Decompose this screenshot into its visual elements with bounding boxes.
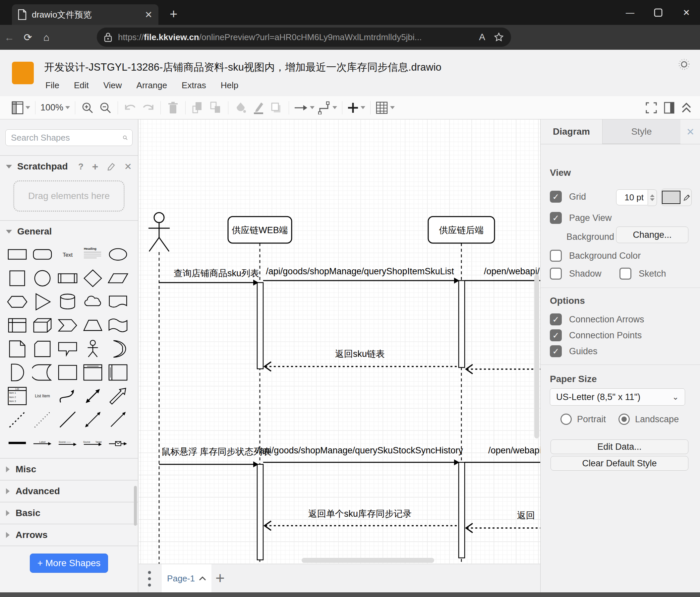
- landscape-radio[interactable]: [619, 413, 630, 425]
- menu-help[interactable]: Help: [221, 80, 238, 91]
- shape-or[interactable]: [105, 337, 131, 360]
- fill-color-button[interactable]: [233, 100, 248, 115]
- shadow-button[interactable]: [269, 100, 284, 115]
- message-return-sku-list[interactable]: 返回sku链表: [265, 349, 459, 371]
- message-return-single-sku-record[interactable]: 返回单个sku库存同步记录: [265, 509, 459, 530]
- participant-web-box[interactable]: 供应链WEB端: [228, 217, 292, 243]
- collapse-icon[interactable]: [681, 101, 692, 114]
- shape-circle[interactable]: [30, 266, 55, 290]
- shape-ellipse[interactable]: [105, 243, 131, 266]
- shape-dashed-line[interactable]: [5, 408, 30, 431]
- zoom-level-button[interactable]: 100%: [41, 100, 70, 115]
- shape-parallelogram[interactable]: [105, 266, 131, 290]
- background-change-button[interactable]: Change...: [616, 226, 689, 243]
- reload-icon[interactable]: ⟳: [19, 31, 37, 43]
- shape-data-storage[interactable]: [30, 360, 55, 384]
- format-panel-toggle-icon[interactable]: [664, 101, 675, 114]
- shape-trapezoid[interactable]: [80, 313, 105, 337]
- shape-cube[interactable]: [30, 313, 55, 337]
- shape-diamond[interactable]: [80, 266, 105, 290]
- message-open-webapi[interactable]: /open/webapi/: [465, 266, 540, 281]
- message-return-right-2[interactable]: 返回: [466, 510, 540, 533]
- edit-data-button[interactable]: Edit Data...: [551, 439, 689, 454]
- scratchpad-edit-icon[interactable]: [107, 162, 116, 171]
- window-maximize-button[interactable]: [648, 6, 669, 19]
- insert-button[interactable]: [347, 100, 365, 115]
- shape-internal-storage[interactable]: [5, 313, 30, 337]
- basic-section-header[interactable]: Basic: [0, 502, 138, 524]
- to-front-button[interactable]: [191, 100, 205, 115]
- background-color-checkbox[interactable]: [550, 250, 562, 262]
- horizontal-scrollbar[interactable]: [302, 558, 434, 563]
- menu-edit[interactable]: Edit: [74, 80, 89, 91]
- clear-default-style-button[interactable]: Clear Default Style: [551, 456, 689, 471]
- home-icon[interactable]: ⌂: [37, 32, 56, 43]
- fullscreen-icon[interactable]: [645, 101, 657, 114]
- shape-cylinder[interactable]: [55, 290, 80, 313]
- actor-figure[interactable]: [149, 213, 170, 252]
- message-open-webapi-item[interactable]: /open/webapi/item: [465, 446, 540, 462]
- advanced-section-header[interactable]: Advanced: [0, 481, 138, 502]
- general-section-header[interactable]: General: [0, 221, 138, 242]
- menu-extras[interactable]: Extras: [182, 80, 206, 91]
- menu-arrange[interactable]: Arrange: [136, 80, 167, 91]
- scratchpad-section-header[interactable]: Scratchpad ? + ✕: [0, 156, 138, 177]
- line-color-button[interactable]: [251, 100, 266, 115]
- grid-size-stepper[interactable]: [648, 189, 657, 206]
- activation-backend-1[interactable]: [459, 281, 465, 367]
- page-tab[interactable]: Page-1: [162, 564, 211, 593]
- table-button[interactable]: [376, 100, 395, 115]
- message-query-sync-history-api[interactable]: /api/goods/shopManage/querySkuStockSyncH…: [257, 446, 463, 465]
- participant-backend-box[interactable]: 供应链后端: [428, 217, 495, 243]
- waypoint-style-button[interactable]: [318, 100, 337, 115]
- more-shapes-button[interactable]: + More Shapes: [30, 553, 108, 573]
- arrows-section-header[interactable]: Arrows: [0, 524, 138, 546]
- address-bar[interactable]: https://file.kkview.cn/onlinePreview?url…: [97, 27, 511, 47]
- shape-text[interactable]: Text: [55, 243, 80, 266]
- delete-button[interactable]: [166, 100, 180, 115]
- panel-close-icon[interactable]: ✕: [681, 119, 700, 144]
- shape-edge-source[interactable]: Source: [55, 431, 80, 455]
- shape-rounded-rectangle[interactable]: [30, 243, 55, 266]
- shape-mail-link[interactable]: [105, 431, 131, 455]
- shape-callout[interactable]: [55, 337, 80, 360]
- shape-bidirectional-arrow[interactable]: [80, 384, 105, 408]
- connection-arrows-checkbox[interactable]: ✓: [550, 313, 562, 325]
- bookmark-star-icon[interactable]: [494, 32, 504, 42]
- shape-vertical-container[interactable]: [80, 360, 105, 384]
- sketch-checkbox[interactable]: [620, 268, 631, 280]
- shape-horizontal-container[interactable]: [105, 360, 131, 384]
- shape-dotted-line[interactable]: [30, 408, 55, 431]
- shape-list[interactable]: ListItem 1Item 2Item 3: [5, 384, 30, 408]
- shape-container[interactable]: [55, 360, 80, 384]
- grid-checkbox[interactable]: ✓: [550, 191, 562, 202]
- shadow-checkbox[interactable]: [550, 268, 562, 280]
- shape-step[interactable]: [55, 313, 80, 337]
- menu-file[interactable]: File: [45, 80, 59, 91]
- message-return-right-1[interactable]: [466, 364, 540, 374]
- shape-hexagon[interactable]: [5, 290, 30, 313]
- theme-toggle-icon[interactable]: [677, 57, 691, 73]
- shape-list-item[interactable]: List Item: [30, 384, 55, 408]
- page-view-checkbox[interactable]: ✓: [550, 212, 562, 224]
- misc-section-header[interactable]: Misc: [0, 459, 138, 480]
- window-minimize-button[interactable]: —: [620, 6, 640, 19]
- window-close-button[interactable]: ✕: [676, 6, 697, 19]
- shape-process[interactable]: [55, 266, 80, 290]
- new-tab-button[interactable]: +: [170, 7, 177, 21]
- message-query-sku-list[interactable]: 查询店铺商品sku列表: [159, 268, 259, 286]
- menu-view[interactable]: View: [103, 80, 122, 91]
- read-aloud-icon[interactable]: A: [479, 32, 485, 43]
- diagram-canvas[interactable]: 供应链WEB端 供应链后端 查询店铺商品sku列表 /api/goods/sho…: [139, 119, 540, 564]
- shape-search-box[interactable]: [5, 129, 132, 146]
- zoom-in-button[interactable]: [80, 100, 95, 115]
- shape-triangle[interactable]: [30, 290, 55, 313]
- shape-directional-connector[interactable]: [105, 408, 131, 431]
- shape-heading[interactable]: Heading: [80, 243, 105, 266]
- shape-bidirectional-connector[interactable]: [80, 408, 105, 431]
- shape-actor[interactable]: [80, 337, 105, 360]
- view-layout-button[interactable]: [11, 100, 30, 115]
- redo-button[interactable]: [141, 100, 155, 115]
- arrow-style-button[interactable]: [294, 100, 315, 115]
- shape-curve[interactable]: [55, 384, 80, 408]
